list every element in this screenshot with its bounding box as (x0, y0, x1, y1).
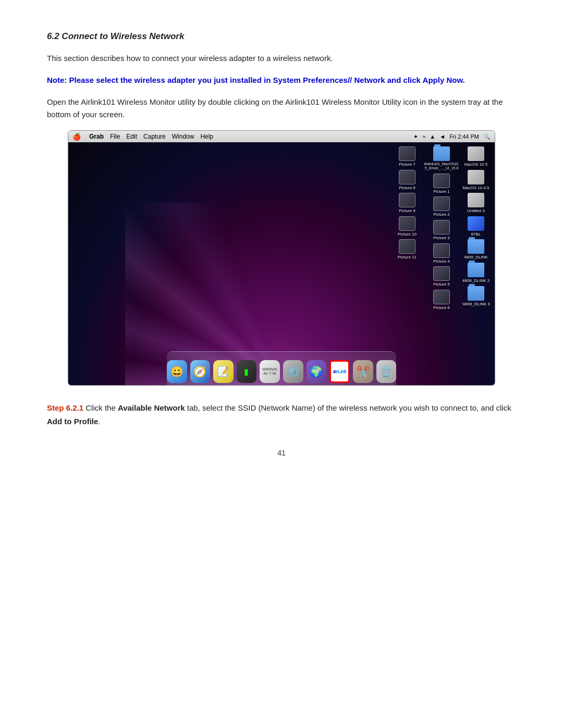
dock-icon-finder: 😀 (167, 360, 187, 383)
icon-label: '4809_DLINK 3 (462, 302, 490, 307)
list-item: Picture 1 (425, 174, 458, 194)
menubar-grab: Grab (89, 133, 104, 140)
intro-paragraph: This section describes how to connect yo… (47, 52, 516, 65)
menubar-file: File (110, 133, 120, 140)
mac-dock: 😀 🧭 📝 ▮ WARNINAV 7:38 ⚙️ 🌍 4irLink (167, 351, 396, 385)
list-item: Picture 8 (391, 170, 423, 191)
back-icon: ◄ (439, 133, 445, 140)
clock: Fri 2:44 PM (449, 133, 479, 140)
icon-label: Picture 4 (433, 259, 450, 264)
list-item: Picture 2 (425, 196, 458, 217)
dock-icon-trash: 🗑️ (376, 360, 397, 383)
list-item: Picture 11 (391, 239, 423, 260)
icon-label: Picture 7 (399, 162, 415, 167)
icon-label: Picture 1 (433, 189, 450, 194)
notes-icon: 📝 (217, 366, 229, 377)
list-item: Picture 9 (391, 193, 423, 214)
icon-label: 4809_DLINK (464, 255, 488, 260)
icon-label: MacOS 10.5 (464, 162, 487, 167)
icon-label: Picture 3 (433, 236, 450, 241)
apple-logo-icon: 🍎 (72, 133, 81, 141)
icon-label: 87BL (471, 232, 481, 237)
icon-label: 4809_DLINK 2 (462, 278, 489, 283)
systemprefs-icon: ⚙️ (287, 365, 300, 378)
menubar-capture: Capture (143, 133, 166, 140)
dock-icon-notes: 📝 (213, 360, 234, 383)
warning-icon: WARNINAV 7:38 (262, 367, 277, 375)
icon-label: Untitled 3 (467, 208, 485, 214)
finder-icon: 😀 (170, 365, 183, 378)
safari-icon: 🧭 (193, 365, 206, 378)
icon-label: Picture 5 (433, 282, 450, 287)
mac-menubar: 🍎 Grab File Edit Capture Window Help ✦ ≈… (68, 131, 495, 142)
icon-label: Picture 8 (399, 186, 415, 191)
list-item: Picture 5 (425, 266, 458, 287)
icon-col-2: Airlink101_MacOS10.5_Driver_..._UI_15.8 … (425, 146, 458, 310)
icon-label: Picture 11 (398, 255, 417, 260)
volume-icon: ▲ (430, 133, 435, 140)
dock-icon-terminal: ▮ (237, 360, 257, 383)
menubar-window: Window (172, 133, 194, 140)
airlink-icon: 4irLink (333, 369, 346, 374)
icon-label: Picture 10 (398, 232, 417, 237)
step-paragraph: Step 6.2.1 Click the Available Network t… (47, 401, 516, 428)
list-item: 4809_DLINK 2 (460, 263, 492, 283)
dock-icon-globe: 🌍 (307, 360, 327, 383)
list-item: Picture 10 (391, 216, 423, 237)
terminal-icon: ▮ (244, 367, 249, 377)
step-text-3: . (98, 417, 100, 426)
list-item: Picture 3 (425, 220, 458, 241)
list-item: 87BL (460, 216, 492, 237)
icon-label: Picture 2 (433, 212, 450, 217)
icon-label: Airlink101_MacOS10.5_Driver_..._UI_15.8 (424, 162, 459, 171)
trash-icon: 🗑️ (380, 365, 393, 378)
globe-icon: 🌍 (310, 365, 323, 378)
icon-label: Picture 9 (399, 208, 415, 214)
dock-icon-warning: WARNINAV 7:38 (260, 360, 280, 383)
body-paragraph: Open the Airlink101 Wireless Monitor uti… (47, 96, 516, 121)
list-item: Picture 6 (425, 290, 458, 311)
wifi-icon: ≈ (422, 133, 425, 140)
step-bold-2: Add to Profile (47, 417, 98, 426)
list-item: Airlink101_MacOS10.5_Driver_..._UI_15.8 (425, 146, 458, 171)
icon-col-1: Picture 7 Picture 8 Picture 9 Picture 10… (391, 146, 423, 310)
list-item: MacOS 10.5 (460, 146, 492, 167)
list-item: '4809_DLINK 3 (460, 286, 492, 307)
mac-desktop: Picture 7 Picture 8 Picture 9 Picture 10… (68, 142, 495, 385)
bluetooth-icon: ✦ (413, 133, 418, 140)
note-paragraph: Note: Please select the wireless adapter… (47, 74, 516, 87)
page-number: 41 (47, 449, 516, 457)
dock-icon-safari: 🧭 (190, 360, 211, 383)
list-item: MacOS 10.4.5 (460, 170, 492, 191)
list-item: 4809_DLINK (460, 239, 492, 260)
list-item: Untitled 3 (460, 193, 492, 214)
icon-label: MacOS 10.4.5 (462, 186, 489, 191)
scissors-icon: ✂️ (357, 365, 370, 378)
desktop-icon-columns: Picture 7 Picture 8 Picture 9 Picture 10… (391, 146, 492, 310)
mac-screenshot: 🍎 Grab File Edit Capture Window Help ✦ ≈… (68, 130, 495, 386)
icon-label: Picture 6 (433, 305, 450, 311)
step-number-label: Step 6.2.1 (47, 403, 83, 412)
list-item: Picture 7 (391, 146, 423, 167)
dock-icon-systemprefs: ⚙️ (283, 360, 303, 383)
dock-icon-airlink: 4irLink (329, 360, 350, 383)
search-icon: 🔍 (483, 133, 491, 140)
list-item: Picture 4 (425, 243, 458, 264)
menubar-edit: Edit (126, 133, 137, 140)
step-bold-1: Available Network (118, 403, 185, 412)
section-title: 6.2 Connect to Wireless Network (47, 31, 516, 42)
step-text-2: tab, select the SSID (Network Name) of t… (185, 403, 511, 412)
dock-icon-scissors: ✂️ (353, 360, 373, 383)
menubar-help: Help (200, 133, 213, 140)
menubar-right: ✦ ≈ ▲ ◄ Fri 2:44 PM 🔍 (413, 133, 491, 140)
step-text-1: Click the (83, 403, 118, 412)
icon-col-3: MacOS 10.5 MacOS 10.4.5 Untitled 3 87BL … (460, 146, 492, 310)
